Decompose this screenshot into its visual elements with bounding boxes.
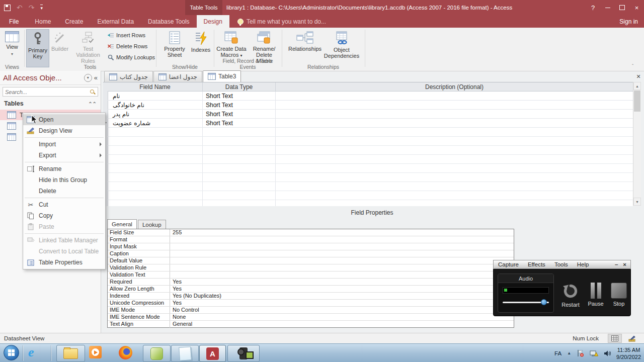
collapse-group-icon[interactable]: ⌃⌃ (88, 101, 97, 107)
data-type-cell[interactable]: Short Text (203, 119, 276, 128)
recorder-taskbar-button[interactable] (227, 345, 260, 362)
collapse-ribbon-icon[interactable]: ˆ (632, 65, 636, 69)
start-button[interactable] (4, 345, 19, 360)
tab-design[interactable]: Design (197, 15, 229, 28)
tab-create[interactable]: Create (58, 15, 90, 28)
col-header-data-type[interactable]: Data Type (203, 82, 276, 92)
menu-item-import[interactable]: Import (23, 139, 105, 150)
prop-value[interactable] (170, 250, 514, 257)
menu-item-convert-to-local[interactable]: Convert to Local Table (23, 246, 105, 257)
view-button[interactable]: View ▾ (2, 29, 22, 57)
close-button[interactable]: × (629, 0, 644, 15)
tab-database-tools[interactable]: Database Tools (141, 15, 197, 28)
field-name-cell[interactable]: نام (108, 92, 203, 101)
datasheet-view-button[interactable] (608, 334, 622, 343)
prop-label[interactable]: Text Align (108, 321, 170, 328)
doc-tab-jadval-ketab[interactable]: جدول كتاب (104, 71, 153, 82)
insert-rows-button[interactable]: Insert Rows (107, 30, 155, 40)
delete-rows-button[interactable]: Delete Rows (107, 41, 155, 51)
prop-label[interactable]: Allow Zero Length (108, 286, 170, 292)
create-data-macros-button[interactable]: Create Data Macros ▾ (216, 29, 247, 59)
firefox-icon[interactable] (119, 346, 132, 359)
tab-lookup[interactable]: Lookup (138, 220, 166, 229)
save-icon[interactable] (4, 5, 11, 11)
design-view-button[interactable] (625, 334, 639, 343)
prop-label[interactable]: Validation Rule (108, 264, 170, 271)
help-button[interactable]: ? (586, 0, 600, 15)
nav-pane-menu-icon[interactable]: ▾ (84, 74, 92, 82)
prop-label[interactable]: Field Size (108, 229, 170, 236)
tab-general[interactable]: General (107, 219, 137, 229)
vertical-scrollbar[interactable]: ▲ ▼ (633, 82, 641, 206)
prop-label[interactable]: Default Value (108, 257, 170, 264)
builder-button[interactable]: Builder (50, 29, 70, 52)
recorder-menu-capture[interactable]: Capture (494, 261, 523, 267)
prop-value[interactable]: 255 (170, 229, 514, 236)
prop-label[interactable]: IME Mode (108, 307, 170, 313)
scrollbar-thumb[interactable] (634, 90, 640, 112)
recorder-menu-effects[interactable]: Effects (523, 261, 550, 267)
tab-file[interactable]: File (0, 15, 28, 28)
prop-value[interactable]: None (170, 314, 514, 320)
prop-label[interactable]: Required (108, 279, 170, 285)
data-type-cell[interactable]: Short Text (203, 110, 276, 119)
access-taskbar-button[interactable]: A (199, 345, 226, 362)
stop-button[interactable]: Stop (608, 283, 629, 307)
indexes-button[interactable]: Indexes (189, 29, 212, 53)
menu-item-cut[interactable]: ✂ Cut (23, 199, 105, 210)
description-cell[interactable] (276, 110, 633, 119)
prop-value[interactable] (170, 264, 514, 271)
tab-home[interactable]: Home (28, 15, 58, 28)
menu-item-hide-in-group[interactable]: Hide in this Group (23, 174, 105, 186)
menu-item-table-properties[interactable]: Table Properties (23, 257, 105, 268)
restore-button[interactable] (615, 0, 629, 15)
col-header-field-name[interactable]: Field Name (108, 82, 203, 92)
menu-item-delete[interactable]: Delete (23, 186, 105, 197)
green-app-taskbar-button[interactable] (143, 345, 171, 362)
test-validation-rules-button[interactable]: Test Validation Rules (71, 29, 105, 64)
sign-in-link[interactable]: Sign in (619, 15, 638, 28)
data-type-cell[interactable]: Short Text (203, 92, 276, 101)
doc-tab-jadval-aza[interactable]: جدول اعضا (153, 71, 202, 82)
field-name-cell[interactable]: نام پدر (108, 110, 203, 119)
volume-icon[interactable] (604, 350, 611, 357)
close-document-icon[interactable]: × (634, 72, 643, 81)
description-cell[interactable] (276, 101, 633, 110)
prop-value[interactable]: Yes (170, 286, 514, 292)
prop-value[interactable] (170, 236, 514, 243)
restart-button[interactable]: Restart (557, 283, 584, 308)
action-center-flag-icon[interactable] (577, 349, 584, 357)
field-name-cell[interactable]: نام خانوادگی (108, 101, 203, 110)
prop-value[interactable] (170, 272, 514, 278)
prop-label[interactable]: IME Sentence Mode (108, 314, 170, 320)
data-type-cell[interactable]: Short Text (203, 101, 276, 110)
prop-value[interactable] (170, 257, 514, 264)
hidden-icons-arrow[interactable]: ▲ (567, 351, 571, 355)
menu-item-linked-table-manager[interactable]: Linked Table Manager (23, 235, 105, 246)
menu-item-rename[interactable]: Rename (23, 163, 105, 174)
media-player-icon[interactable] (89, 346, 102, 358)
file-explorer-taskbar-button[interactable] (56, 345, 85, 362)
col-header-description[interactable]: Description (Optional) (276, 82, 633, 92)
redo-icon[interactable]: ↷ (29, 4, 35, 12)
prop-value[interactable]: No Control (170, 307, 514, 313)
empty-grid-rows[interactable] (108, 128, 633, 206)
doc-tab-table3[interactable]: Table3 (203, 70, 241, 82)
relationships-button[interactable]: Relationships (287, 29, 323, 52)
prop-label[interactable]: Input Mask (108, 243, 170, 250)
recorder-minimize-icon[interactable]: – (615, 261, 618, 267)
shutter-bar-icon[interactable]: « (94, 74, 98, 81)
taskbar-clock[interactable]: 11:35 AM 9/20/2022 (616, 346, 641, 360)
network-icon[interactable] (590, 350, 598, 357)
menu-item-design-view[interactable]: Design View (23, 125, 105, 136)
description-cell[interactable] (276, 119, 633, 128)
recorder-close-icon[interactable]: × (623, 261, 626, 267)
prop-value[interactable]: General (170, 321, 514, 328)
modify-lookups-button[interactable]: Modify Lookups (107, 52, 155, 62)
search-input[interactable] (3, 89, 90, 95)
tables-group-header[interactable]: Tables ⌃⌃ (0, 99, 101, 109)
primary-key-button[interactable]: Primary Key (26, 29, 49, 67)
undo-icon[interactable]: ↶ (17, 4, 23, 12)
prop-value[interactable]: Yes (170, 300, 514, 306)
property-sheet-button[interactable]: Property Sheet (161, 29, 188, 58)
